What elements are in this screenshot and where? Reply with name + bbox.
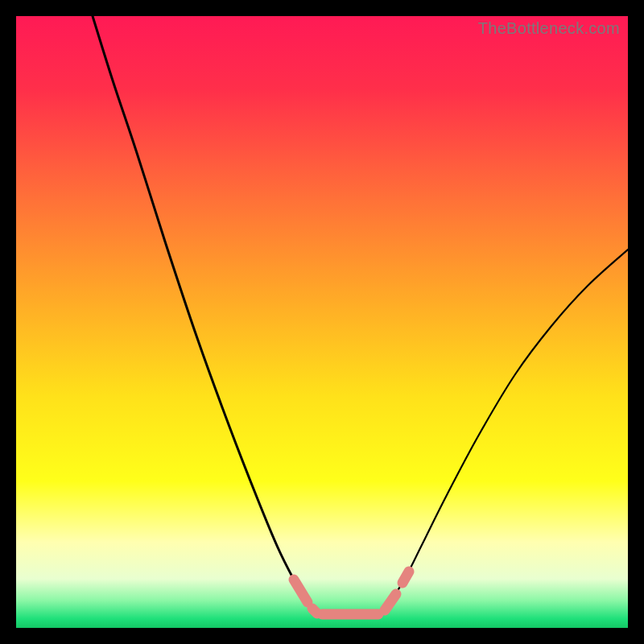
- series-pink-segments-seg-3: [385, 594, 396, 610]
- watermark-text: TheBottleneck.com: [478, 19, 620, 38]
- plot-svg: [16, 16, 628, 628]
- series-left-curve: [93, 16, 314, 608]
- series-right-curve: [386, 250, 628, 608]
- series-pink-segments-seg-4: [402, 572, 409, 583]
- series-pink-segments-seg-0: [294, 580, 308, 602]
- chart-frame: TheBottleneck.com: [16, 16, 628, 628]
- series-pink-segments-seg-1: [312, 609, 317, 613]
